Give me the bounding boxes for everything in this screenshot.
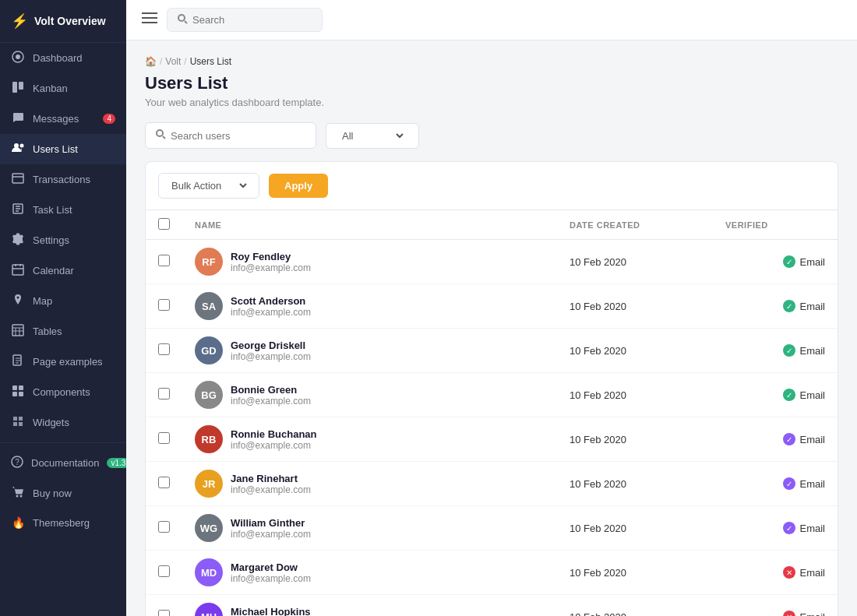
verified-label: Email [799, 345, 825, 357]
user-name: Jane Rinehart [231, 473, 311, 484]
svg-rect-23 [19, 385, 23, 390]
themesberg-icon: 🔥 [11, 516, 25, 529]
sidebar-item-label: Calendar [33, 265, 74, 276]
bulk-action-select[interactable]: Bulk Action Delete Archive [158, 173, 259, 199]
topbar-search-input[interactable] [192, 14, 312, 26]
row-verified-cell: ✕ Email [713, 595, 838, 617]
sidebar-item-widgets[interactable]: Widgets [0, 407, 126, 438]
user-info: Margaret Dow info@example.com [231, 561, 311, 584]
sidebar-item-tables[interactable]: Tables [0, 316, 126, 347]
filter-select-input[interactable]: All Active Inactive [339, 129, 406, 143]
row-checkbox[interactable] [158, 255, 170, 266]
row-checkbox[interactable] [158, 432, 170, 444]
table-row: WG William Ginther info@example.com 10 F… [146, 506, 838, 551]
apply-button[interactable]: Apply [269, 174, 328, 198]
avatar: RF [195, 248, 223, 276]
header-date: DATE CREATED [557, 210, 713, 240]
sidebar-item-label: Transactions [33, 174, 90, 185]
user-cell: JR Jane Rinehart info@example.com [195, 470, 545, 498]
svg-rect-32 [142, 22, 157, 23]
user-cell: BG Bonnie Green info@example.com [195, 381, 545, 409]
user-email: info@example.com [231, 484, 311, 495]
sidebar: ⚡ Volt Overview Dashboard Kanban Message… [0, 0, 126, 616]
sidebar-item-buy-now[interactable]: Buy now [0, 478, 126, 509]
sidebar-item-themesberg[interactable]: 🔥 Themesberg [0, 509, 126, 537]
verified-cell: ✓ Email [725, 522, 825, 534]
page-examples-icon [11, 354, 25, 369]
sidebar-item-calendar[interactable]: Calendar [0, 255, 126, 286]
bulk-action-select-input[interactable]: Bulk Action Delete Archive [168, 179, 249, 192]
row-date-cell: 10 Feb 2020 [557, 284, 713, 329]
sidebar-item-page-examples[interactable]: Page examples [0, 347, 126, 377]
user-cell: RB Ronnie Buchanan info@example.com [195, 425, 545, 453]
row-checkbox-cell [146, 329, 182, 373]
breadcrumb-home[interactable]: 🏠 [145, 56, 157, 67]
menu-toggle-button[interactable] [142, 10, 157, 30]
verified-icon: ✕ [783, 566, 795, 579]
row-checkbox[interactable] [158, 565, 170, 577]
sidebar-item-documentation[interactable]: ? Documentation v1.3 [0, 448, 126, 478]
sidebar-item-kanban[interactable]: Kanban [0, 73, 126, 104]
search-users-input[interactable] [171, 130, 306, 142]
svg-point-5 [20, 144, 24, 148]
topbar-search-box [167, 8, 323, 32]
sidebar-item-label: Components [33, 386, 90, 398]
map-icon [11, 294, 25, 308]
user-name: Roy Fendley [231, 251, 311, 262]
avatar: MD [195, 558, 223, 586]
sidebar-item-transactions[interactable]: Transactions [0, 164, 126, 195]
row-name-cell: BG Bonnie Green info@example.com [182, 373, 557, 417]
avatar-initials: BG [201, 389, 217, 401]
row-verified-cell: ✓ Email [713, 284, 838, 329]
svg-rect-30 [142, 12, 157, 14]
row-checkbox[interactable] [158, 299, 170, 311]
svg-point-35 [157, 130, 163, 136]
sidebar-item-label: Widgets [33, 417, 69, 428]
row-name-cell: MD Margaret Dow info@example.com [182, 551, 557, 595]
row-checkbox[interactable] [158, 610, 170, 616]
svg-rect-31 [142, 17, 157, 19]
select-all-checkbox[interactable] [158, 218, 170, 230]
brand[interactable]: ⚡ Volt Overview [0, 0, 126, 43]
avatar-initials: WG [200, 523, 217, 534]
row-checkbox[interactable] [158, 521, 170, 533]
svg-rect-25 [19, 392, 23, 396]
table-row: SA Scott Anderson info@example.com 10 Fe… [146, 284, 838, 329]
user-info: Bonnie Green info@example.com [231, 384, 311, 407]
sidebar-item-dashboard[interactable]: Dashboard [0, 43, 126, 73]
verified-icon: ✓ [783, 477, 795, 490]
row-checkbox[interactable] [158, 477, 170, 488]
user-name: Michael Hopkins [231, 606, 311, 617]
widgets-icon [11, 415, 25, 430]
sidebar-item-messages[interactable]: Messages 4 [0, 104, 126, 134]
task-icon [11, 202, 25, 217]
breadcrumb-volt[interactable]: Volt [165, 56, 181, 67]
sidebar-item-task-list[interactable]: Task List [0, 195, 126, 225]
row-checkbox[interactable] [158, 343, 170, 355]
users-icon [11, 142, 25, 157]
row-verified-cell: ✕ Email [713, 551, 838, 595]
sidebar-item-settings[interactable]: Settings [0, 225, 126, 255]
users-table-card: Bulk Action Delete Archive Apply NAME DA… [145, 161, 838, 616]
verified-icon: ✓ [783, 300, 795, 312]
avatar: RB [195, 425, 223, 453]
main-content: 🏠 / Volt / Users List Users List Your we… [126, 0, 857, 616]
filter-dropdown[interactable]: All Active Inactive [326, 123, 419, 149]
svg-line-36 [163, 136, 165, 139]
avatar-initials: GD [201, 345, 217, 357]
brand-name: Volt Overview [34, 15, 106, 27]
avatar: WG [195, 514, 223, 542]
row-checkbox-cell [146, 506, 182, 551]
sidebar-item-users-list[interactable]: Users List [0, 134, 126, 164]
breadcrumb: 🏠 / Volt / Users List [145, 56, 838, 67]
row-date-cell: 10 Feb 2020 [557, 462, 713, 506]
sidebar-item-components[interactable]: Components [0, 377, 126, 407]
sidebar-item-map[interactable]: Map [0, 286, 126, 316]
tables-icon [11, 324, 25, 339]
row-checkbox[interactable] [158, 388, 170, 400]
sidebar-item-label: Dashboard [33, 52, 83, 64]
user-email: info@example.com [231, 573, 311, 584]
row-verified-cell: ✓ Email [713, 240, 838, 284]
messages-badge: 4 [103, 114, 115, 124]
avatar-initials: SA [202, 301, 216, 312]
